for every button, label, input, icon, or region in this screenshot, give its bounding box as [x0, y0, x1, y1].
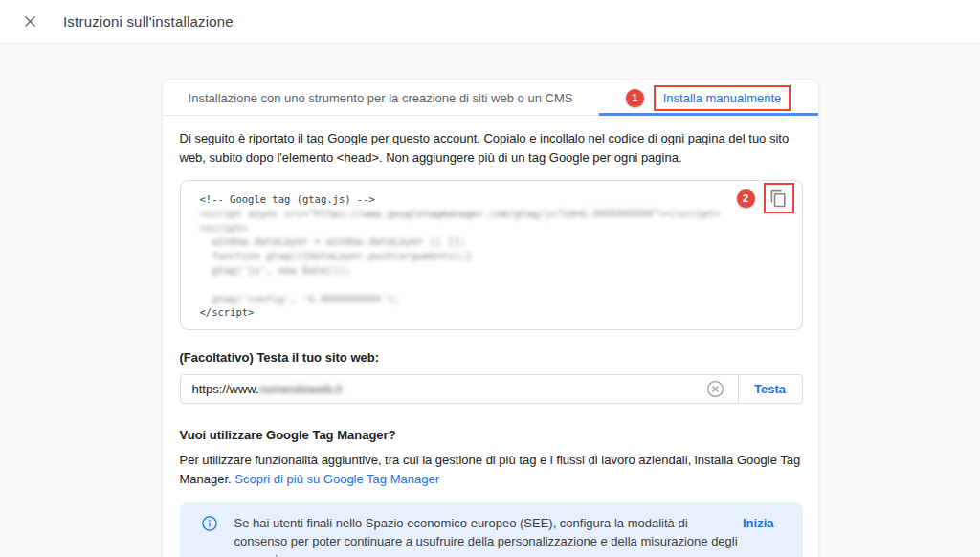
test-button[interactable]: Testa	[739, 382, 802, 396]
tab-cms-install[interactable]: Installazione con uno strumento per la c…	[163, 80, 599, 115]
clear-circle-icon	[705, 379, 725, 399]
annotation-badge-2: 2	[737, 189, 755, 208]
annotation-badge-1: 1	[626, 89, 644, 107]
info-icon	[201, 515, 218, 532]
url-prefix: https://www.	[192, 382, 259, 396]
code-line: </script>	[200, 305, 773, 320]
close-icon-svg	[22, 13, 38, 30]
consent-banner-text: Se hai utenti finali nello Spazio econom…	[234, 514, 743, 557]
consent-start-link[interactable]: Inizia	[743, 514, 774, 530]
tab-install-manually[interactable]: 1 Installa manualmente	[599, 80, 818, 115]
instructions-intro: Di seguito è riportato il tag Google per…	[180, 129, 803, 167]
copy-icon	[769, 189, 788, 208]
code-line-blurred: <script async src="https://www.googletag…	[200, 207, 773, 221]
code-line-blank	[200, 278, 773, 292]
code-line-blurred: gtag('config', 'G-XXXXXXXXXX');	[200, 292, 773, 306]
code-line-blurred: window.dataLayer = window.dataLayer || […	[200, 234, 773, 249]
dialog-header: Istruzioni sull'installazione	[0, 0, 980, 44]
google-tag-code-block: 2 <!-- Google tag (gtag.js) --> <script …	[180, 180, 803, 330]
gtm-learn-more-link[interactable]: Scopri di più su Google Tag Manager	[234, 472, 439, 486]
code-line-blurred: <script>	[200, 221, 773, 235]
code-line: <!-- Google tag (gtag.js) -->	[200, 192, 773, 207]
annotation-box-tab: Installa manualmente	[654, 85, 791, 111]
code-line-blurred: gtag('js', new Date());	[200, 263, 773, 278]
dialog-background: Installazione con uno strumento per la c…	[0, 44, 980, 557]
tab-cms-label: Installazione con uno strumento per la c…	[189, 91, 573, 105]
clear-url-button[interactable]	[705, 379, 726, 400]
card-body: Di seguito è riportato il tag Google per…	[163, 129, 818, 557]
consent-mode-banner: Se hai utenti finali nello Spazio econom…	[180, 502, 803, 557]
gtm-description: Per utilizzare funzionalità aggiuntive, …	[180, 451, 803, 488]
url-blurred-domain: nomesitoweb.it	[259, 382, 343, 396]
info-icon-wrap	[201, 515, 218, 536]
tab-manual-label: Installa manualmente	[663, 91, 782, 105]
test-site-label: (Facoltativo) Testa il tuo sito web:	[180, 350, 803, 365]
page-title: Istruzioni sull'installazione	[63, 13, 234, 30]
tab-bar: Installazione con uno strumento per la c…	[163, 80, 818, 116]
code-line-blurred: function gtag(){dataLayer.push(arguments…	[200, 249, 773, 263]
close-icon[interactable]	[20, 12, 39, 32]
website-url-field[interactable]: https://www. nomesitoweb.it Testa	[180, 374, 803, 404]
gtm-heading: Vuoi utilizzare Google Tag Manager?	[180, 428, 803, 442]
installation-card: Installazione con uno strumento per la c…	[162, 79, 819, 557]
